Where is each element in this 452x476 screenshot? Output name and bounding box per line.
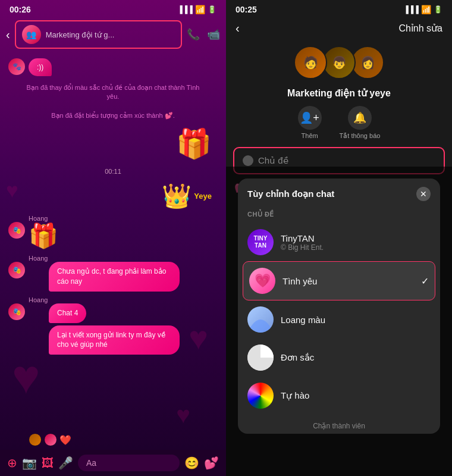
my-avatar: 🐾 [8,58,25,75]
check-icon: ✓ [421,275,429,287]
hoang-avatar-3: 🎭 [8,303,25,320]
left-panel: ♥ ♥ ♥ ♥ 00:26 ▐▐▐ 📶 🔋 ‹ 👥 Marketing đội … [0,0,226,476]
left-time: 00:26 [10,5,31,14]
hoang-avatar-1: 🎭 [8,222,25,239]
theme-tinytan-name: TinyTAN [281,233,324,243]
right-back-button[interactable]: ‹ [236,21,240,35]
theme-tinytan-info: TinyTAN © Big Hit Ent. [281,233,324,252]
hoang-bubble-3[interactable]: Lại t viết xong gửi link ty m đây về cho… [49,325,180,355]
add-member-btn[interactable]: 👤+ Thêm [298,106,322,140]
right-header: ‹ Chỉnh sửa [226,17,452,40]
system-msg-2: Bạn đã đặt biểu tượng cảm xúc thành 💕. [8,109,218,123]
right-status-icons: ▐▐▐ 📶 🔋 [403,5,442,14]
chan-thanh-vien[interactable]: Chặn thành viên [238,415,440,434]
status-icons: ▐▐▐ 📶 🔋 [177,5,216,14]
my-message-row: 🐾 :)) [8,58,218,76]
modal-section-label: CHỦ ĐỀ [238,207,440,223]
right-time: 00:25 [236,5,257,14]
group-avatar-3: 👩 [351,46,384,79]
heart-send-icon[interactable]: 💕 [204,456,219,470]
theme-tinhtieu-selected[interactable]: 💗 Tình yêu ✓ [243,261,435,300]
video-icon[interactable]: 📹 [207,28,220,41]
theme-loangmau-icon [247,306,274,333]
chu-de-placeholder: Chủ đề [258,155,288,166]
chat-name-box[interactable]: 👥 Marketing đội tứ g... [15,20,182,49]
mute-notif-btn[interactable]: 🔔 Tắt thông báo [340,106,381,140]
mute-icon: 🔔 [348,106,372,130]
chat-avatar: 👥 [22,25,41,44]
hoang-bubble-2[interactable]: Chat 4 [49,303,86,323]
gift-sticker-row: 🎁 [8,127,212,161]
group-avatar-2: 👦 [322,46,356,79]
hoang-message-3: 🎭 Chat 4 [8,303,218,323]
right-signal-icon: ▐▐▐ [403,5,419,14]
photo-icon[interactable]: 🖼 [42,456,54,470]
gift-sticker: 🎁 [176,127,212,161]
theme-tinhtieu-icon: 💗 [249,268,275,294]
modal-title: Tùy chỉnh đoạn chat [247,189,334,199]
sender-name-3: Hoang [29,296,218,303]
add-member-label: Thêm [302,132,318,139]
back-button[interactable]: ‹ [6,28,10,42]
yeye-label: Yeye [194,192,212,201]
hoang-row-3: Hoang 🎭 Chat 4 Lại t viết xong gửi link … [8,296,218,355]
modal-close-button[interactable]: ✕ [416,187,431,201]
mic-icon[interactable]: 🎤 [58,456,73,470]
theme-tuhao-name: Tự hào [281,390,431,401]
sender-name-2: Hoang [29,255,218,262]
theme-tuhao[interactable]: Tự hào [238,377,440,415]
hoang-row-1: Hoang 🎭 🎁 [8,215,218,250]
crown-sticker: 👑 [162,182,192,210]
group-actions: 👤+ Thêm 🔔 Tắt thông báo [226,101,452,147]
left-header: ‹ 👥 Marketing đội tứ g... 📞 📹 [0,17,226,52]
battery-icon: 🔋 [208,5,216,14]
emoji-icon[interactable]: 😊 [184,456,199,470]
theme-donsac[interactable]: Đơn sắc [238,339,440,377]
chat-name: Marketing đội tứ g... [46,30,115,39]
add-member-icon: 👤+ [298,106,322,130]
phone-icon[interactable]: 📞 [187,28,200,41]
hoang-avatar-2: 🎭 [8,262,25,278]
message-input[interactable]: Aa [78,455,180,471]
mute-label: Tắt thông báo [340,132,381,140]
theme-donsac-name: Đơn sắc [281,352,431,363]
right-panel: 00:25 ▐▐▐ 📶 🔋 ‹ Chỉnh sửa 🧑 👦 👩 Marketin… [226,0,452,476]
hoang-message-4: Lại t viết xong gửi link ty m đây về cho… [8,325,218,355]
hoang-message-2: 🎭 Chưa ngủ dc, t đang phải làm bảo cáo n… [8,262,218,292]
time-label-1: 00:11 [8,168,218,175]
wifi-icon: 📶 [195,5,205,14]
theme-donsac-icon [247,345,274,371]
theme-tuhao-icon [247,383,274,409]
right-wifi-icon: 📶 [421,5,431,14]
group-avatars: 🧑 👦 👩 [226,40,452,83]
group-avatar-1: 🧑 [294,46,327,79]
theme-loangmau-name: Loang màu [281,315,431,325]
crown-sticker-row: 👑 Yeye [8,182,212,210]
my-bubble-1[interactable]: :)) [29,58,52,76]
camera-icon[interactable]: 📷 [22,456,37,470]
right-edit-button[interactable]: Chỉnh sửa [398,23,442,34]
hoang-bubble-1[interactable]: Chưa ngủ dc, t đang phải làm bảo cáo nay [49,262,180,292]
bottom-bar: ⊕ 📷 🖼 🎤 Aa 😊 💕 [0,450,226,476]
theme-tinytan[interactable]: TINYTAN TinyTAN © Big Hit Ent. [238,223,440,261]
input-placeholder: Aa [86,458,96,468]
react-avatars: ❤️ [29,433,71,446]
reaction-row: ❤️ [0,433,226,450]
theme-loangmau[interactable]: Loang màu [238,300,440,339]
hoang-row-2: Hoang 🎭 Chưa ngủ dc, t đang phải làm bảo… [8,255,218,292]
modal-overlay: Tùy chỉnh đoạn chat ✕ CHỦ ĐỀ TINYTAN Tin… [226,167,452,476]
chu-de-dot [243,155,253,166]
theme-tinytan-sub: © Big Hit Ent. [281,243,324,252]
hoang-message-1: 🎭 🎁 [8,222,218,250]
heart-reaction: ❤️ [59,434,71,446]
hoang-gift: 🎁 [29,222,58,250]
react-avatar-2 [44,433,57,446]
system-msg-1: Bạn đã thay đổi màu sắc chủ đề của đoạn … [8,81,218,104]
theme-modal: Tùy chỉnh đoạn chat ✕ CHỦ ĐỀ TINYTAN Tin… [238,178,440,434]
left-status-bar: 00:26 ▐▐▐ 📶 🔋 [0,0,226,17]
theme-tinhtieu-name: Tình yêu [282,276,414,286]
chat-area: 🐾 :)) Bạn đã thay đổi màu sắc chủ đề của… [0,52,226,433]
add-icon[interactable]: ⊕ [7,456,17,470]
theme-tinytan-icon: TINYTAN [247,229,274,255]
react-avatar-1 [29,433,42,446]
